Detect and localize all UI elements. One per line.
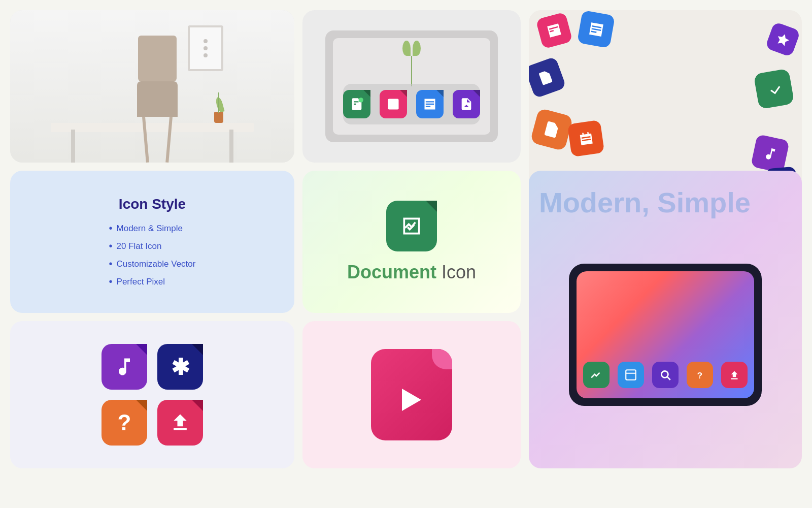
style-item-4: Perfect Pixel [109, 276, 196, 288]
table-leg-right [229, 130, 233, 163]
desk-plant [214, 112, 223, 123]
device-plant-leaves [402, 41, 421, 56]
wall-frame [188, 25, 223, 71]
device-icons-shelf [343, 84, 480, 124]
chair-leg-right [165, 117, 173, 163]
plant-pot [214, 112, 223, 123]
device-plant-leaf-right [413, 41, 421, 56]
tablet-icon-green [583, 362, 610, 388]
tablet-icon-orange: ? [687, 362, 713, 388]
tablet-frame: ? [569, 264, 762, 406]
device-icon-purple [453, 90, 480, 118]
hero-doc-icon [386, 201, 437, 251]
icon-corner [136, 344, 147, 355]
play-doc-corner [432, 349, 452, 369]
scatter-icon-notepad [567, 120, 604, 157]
tablet-icon-purple [652, 362, 679, 388]
small-icon-asterisk: ✱ [157, 344, 203, 390]
plant-leaf [215, 97, 224, 113]
hero-title-bold: Document [347, 262, 436, 282]
scatter-icon-green [753, 68, 794, 109]
chair-back [138, 36, 177, 81]
card-style: Icon Style Modern & Simple 20 Flat Icon … [10, 171, 294, 313]
svg-rect-1 [388, 99, 399, 110]
frame-dot-2 [204, 46, 208, 50]
plant-stem [218, 92, 219, 113]
scatter-icon-dark-blue [529, 56, 566, 99]
play-doc-body [371, 349, 452, 440]
card-play [302, 321, 521, 468]
style-item-2: 20 Flat Icon [109, 240, 196, 252]
icon-corner-3 [136, 400, 147, 411]
chair-legs [140, 114, 175, 163]
icon-corner-2 [192, 344, 203, 355]
svg-rect-6 [626, 370, 636, 380]
svg-text:?: ? [697, 370, 703, 380]
device-icon-blue [416, 90, 444, 118]
tablet-screen: ? [577, 271, 754, 398]
card-small-icons: ✱ ? [10, 321, 294, 468]
scatter-icon-pink-1 [535, 12, 572, 49]
style-content: Icon Style Modern & Simple 20 Flat Icon … [89, 181, 216, 303]
device-plant [402, 43, 421, 86]
style-item-3: Customizable Vector [109, 258, 196, 270]
play-icon-container [371, 349, 452, 440]
small-icon-music [101, 344, 147, 390]
card-hero: Document Icon [302, 171, 521, 313]
device-plant-leaf-left [402, 41, 411, 56]
chair-leg-left [142, 117, 149, 163]
tablet-icons-row: ? [583, 362, 748, 388]
device-icon-green [343, 90, 370, 118]
icon-corner-4 [192, 400, 203, 411]
small-icon-upload [157, 400, 203, 446]
svg-point-0 [359, 98, 363, 102]
device-screen [333, 38, 490, 135]
svg-line-9 [667, 377, 670, 379]
device-icon-pink [380, 90, 407, 118]
scatter-icon-purple-1 [765, 21, 800, 57]
hero-title: Document Icon [347, 262, 476, 283]
small-icons-grid: ✱ ? [91, 334, 213, 456]
desk-scene [10, 10, 294, 163]
card-tablet: Modern, Simple [529, 171, 802, 468]
small-icon-question: ? [101, 400, 147, 446]
play-triangle [402, 389, 421, 411]
style-list: Modern & Simple 20 Flat Icon Customizabl… [109, 223, 196, 288]
scatter-icon-blue-1 [577, 10, 615, 48]
style-title: Icon Style [109, 196, 196, 212]
tablet-icon-pink [721, 362, 748, 388]
style-item-1: Modern & Simple [109, 223, 196, 234]
hero-title-regular: Icon [436, 262, 476, 282]
card-device [302, 10, 521, 163]
tablet-watermark: Modern, Simple [539, 186, 751, 219]
chair-seat [137, 81, 178, 117]
tablet-icon-blue [618, 362, 644, 388]
frame-dot-3 [204, 53, 208, 57]
main-grid: ✱ ? Icon Style Modern & Simple 20 Flat I… [0, 0, 812, 508]
scatter-icon-orange-1 [530, 108, 573, 151]
card-desk [10, 10, 294, 163]
device-frame [325, 30, 498, 142]
svg-point-8 [661, 371, 668, 377]
device-plant-stem [411, 56, 412, 86]
frame-dot [204, 39, 208, 43]
table-leg-left [71, 130, 75, 163]
